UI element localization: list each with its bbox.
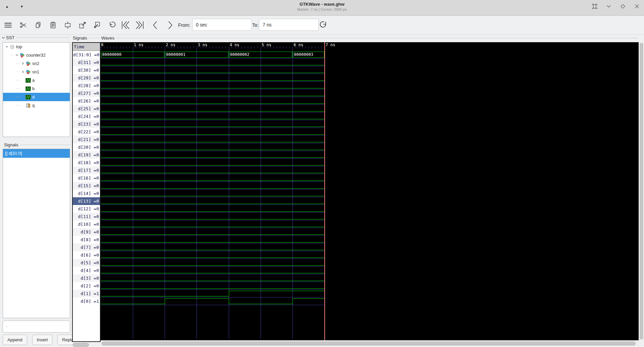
sst-tree-item-top[interactable]: top <box>3 43 70 51</box>
signal-name-row[interactable]: d[21] =0 <box>73 136 100 143</box>
bit-wave-d[17] <box>101 173 325 173</box>
sst-tree-item-a[interactable]: a <box>3 76 70 84</box>
signal-name-row[interactable]: d[25] =0 <box>73 105 100 113</box>
zoom-in-icon[interactable] <box>91 19 103 31</box>
paste-icon[interactable] <box>47 19 59 31</box>
hscrollbar-thumb[interactable] <box>102 342 636 345</box>
expander-right-icon[interactable] <box>20 70 25 74</box>
to-time-input[interactable] <box>259 19 319 31</box>
minor-tick <box>296 47 296 49</box>
signal-name-row[interactable]: d[30] =0 <box>73 66 100 74</box>
zoom-fit-icon[interactable] <box>62 19 74 31</box>
minor-tick <box>210 47 210 49</box>
signal-name-row[interactable]: d[22] =0 <box>73 128 100 136</box>
signals-name-column[interactable]: Time d[31:0] =0d[31] =0d[30] =0d[29] =0d… <box>72 42 101 342</box>
expander-right-icon[interactable] <box>20 62 25 65</box>
search-input[interactable] <box>9 321 70 333</box>
signal-name-row[interactable]: d[6] =0 <box>73 251 100 259</box>
signal-name-row[interactable]: d[19] =0 <box>73 151 100 159</box>
fullscreen-icon[interactable] <box>590 2 599 11</box>
cut-icon[interactable] <box>17 19 30 31</box>
minor-tick <box>241 47 242 49</box>
sst-tree[interactable]: topcounter32sn2sn1abdq <box>3 42 70 137</box>
signals-list-label: Signals <box>4 142 18 147</box>
shift-left-icon[interactable] <box>149 19 161 31</box>
copy-icon[interactable] <box>32 19 44 31</box>
sst-tree-item-q[interactable]: q <box>3 101 70 110</box>
lane-separator <box>101 289 325 290</box>
zoom-out-icon[interactable] <box>76 19 89 31</box>
signal-name-row[interactable]: d[2] =0 <box>73 282 100 290</box>
instance-icon <box>25 69 31 75</box>
minor-tick <box>123 47 123 49</box>
lane-separator <box>101 143 325 143</box>
marker-line[interactable] <box>324 42 325 340</box>
signal-name-row[interactable]: d[12] =0 <box>73 205 100 213</box>
append-button[interactable]: Append <box>3 335 27 345</box>
signal-name-row[interactable]: d[20] =0 <box>73 143 100 151</box>
wave-hscrollbar[interactable] <box>101 341 639 346</box>
vscrollbar-thumb[interactable] <box>640 43 643 339</box>
sst-tree-item-d[interactable]: d <box>3 93 70 101</box>
minor-tick <box>302 47 303 49</box>
maximize-icon[interactable] <box>619 2 627 11</box>
menu-hamburger-icon[interactable] <box>2 19 14 31</box>
signal-name-row[interactable]: d[18] =0 <box>73 159 100 166</box>
signal-name-row[interactable]: d[4] =0 <box>73 267 100 274</box>
wave-vscrollbar[interactable] <box>639 42 644 340</box>
wave-canvas[interactable]: 01 ns2 ns3 ns4 ns5 ns6 ns7 ns00000000000… <box>101 42 639 340</box>
grid-line <box>261 47 261 339</box>
signal-name-row[interactable]: d[17] =0 <box>73 166 100 174</box>
expander-down-icon[interactable] <box>14 53 19 57</box>
gtkwave-window: ▲ ▼ GTKWave - wave.ghw Marker: 7 ns | Cu… <box>0 0 644 347</box>
signal-name-row[interactable]: d[27] =0 <box>73 89 100 97</box>
sst-tree-item-b[interactable]: b <box>3 84 70 93</box>
signal-name-row[interactable]: d[8] =0 <box>73 236 100 244</box>
signal-name-row[interactable]: d[10] =0 <box>73 220 100 228</box>
minor-tick <box>174 47 175 49</box>
undo-icon[interactable] <box>106 19 118 31</box>
chevron-down-icon[interactable] <box>1 36 5 40</box>
shift-right-icon[interactable] <box>164 19 176 31</box>
signal-name-row[interactable]: d[14] =0 <box>73 190 100 197</box>
minimize-icon[interactable] <box>604 2 613 11</box>
signals-list-item[interactable]: [] d[31:0] <box>3 149 70 158</box>
signal-name-row[interactable]: d[1] =1 <box>73 290 100 297</box>
lane-separator <box>101 135 325 136</box>
signal-name-row[interactable]: d[28] =0 <box>73 82 100 89</box>
frame-line <box>89 38 100 38</box>
signals-list-panel[interactable]: [] d[31:0] <box>3 149 70 318</box>
signal-name-row[interactable]: d[16] =0 <box>73 174 100 182</box>
signal-name-row[interactable]: d[23] =0 <box>73 120 100 128</box>
expander-down-icon[interactable] <box>4 45 9 49</box>
signal-name-row[interactable]: d[3] =0 <box>73 274 100 282</box>
signal-icon <box>25 78 31 83</box>
time-column-header[interactable]: Time <box>73 43 100 51</box>
bit-wave-d[26] <box>101 103 325 104</box>
skip-to-start-icon[interactable] <box>119 19 131 31</box>
sst-tree-item-sn1[interactable]: sn1 <box>3 68 70 76</box>
signal-name-row[interactable]: d[9] =0 <box>73 228 100 236</box>
frame-line <box>116 38 638 38</box>
signal-name-row[interactable]: d[26] =0 <box>73 97 100 105</box>
signal-name-row[interactable]: d[31] =0 <box>73 59 100 66</box>
signal-name-row[interactable]: d[31:0] =0 <box>73 51 100 59</box>
signal-name-row[interactable]: d[15] =0 <box>73 182 100 190</box>
close-icon[interactable] <box>633 2 641 11</box>
reload-icon[interactable] <box>318 19 330 31</box>
from-time-input[interactable] <box>192 19 252 31</box>
sst-tree-item-sn2[interactable]: sn2 <box>3 59 70 68</box>
signal-name-row[interactable]: d[7] =0 <box>73 244 100 251</box>
search-box[interactable] <box>3 321 70 333</box>
sst-tree-item-counter32[interactable]: counter32 <box>3 51 70 59</box>
signal-name-row[interactable]: d[11] =0 <box>73 213 100 220</box>
signal-name-row[interactable]: d[0] =1 <box>73 297 100 305</box>
signal-name-row[interactable]: d[13] =0 <box>73 197 100 205</box>
signal-name-row[interactable]: d[5] =0 <box>73 259 100 267</box>
signal-name-row[interactable]: d[29] =0 <box>73 74 100 82</box>
signal-name-row[interactable]: d[24] =0 <box>73 113 100 120</box>
insert-button[interactable]: Insert <box>32 335 53 345</box>
lane-separator <box>101 74 325 74</box>
signals-column-hscrollbar[interactable] <box>73 343 89 347</box>
skip-to-end-icon[interactable] <box>134 19 146 31</box>
